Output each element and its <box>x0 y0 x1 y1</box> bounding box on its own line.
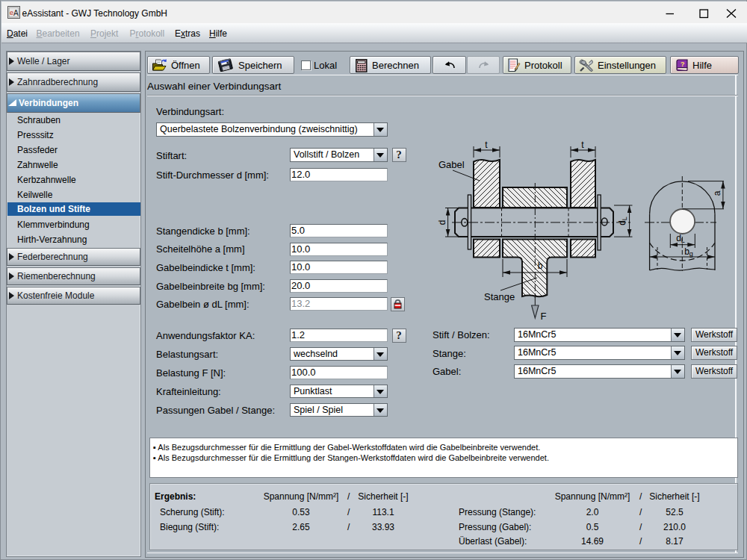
svg-text:a: a <box>712 190 722 196</box>
svg-text:dL: dL <box>617 217 628 225</box>
svg-text:t: t <box>485 140 488 150</box>
svg-text:d: d <box>437 220 447 225</box>
svg-text:F: F <box>541 311 547 322</box>
svg-text:A: A <box>13 9 19 17</box>
svg-text:b: b <box>538 261 543 271</box>
svg-text:?: ? <box>681 60 685 68</box>
svg-text:t: t <box>581 140 584 150</box>
svg-text:bg: bg <box>684 246 693 258</box>
svg-text:Stange: Stange <box>484 291 515 302</box>
svg-text:Gabel: Gabel <box>438 159 465 170</box>
svg-text:dL: dL <box>676 233 685 244</box>
